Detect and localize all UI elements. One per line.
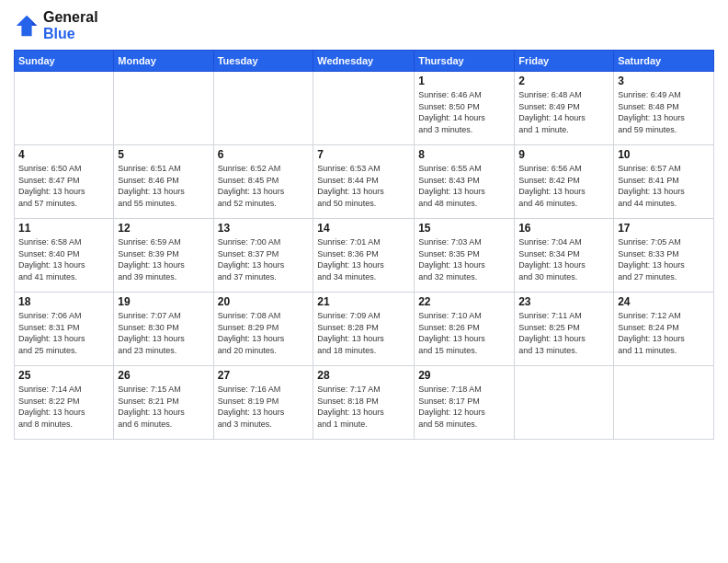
cell-date-number: 4	[18, 148, 109, 161]
week-row-2: 4Sunrise: 6:50 AM Sunset: 8:47 PM Daylig…	[15, 145, 714, 219]
calendar-cell: 26Sunrise: 7:15 AM Sunset: 8:21 PM Dayli…	[114, 366, 213, 440]
calendar-cell: 24Sunrise: 7:12 AM Sunset: 8:24 PM Dayli…	[614, 293, 714, 366]
cell-date-number: 23	[518, 295, 609, 308]
calendar-cell: 16Sunrise: 7:04 AM Sunset: 8:34 PM Dayli…	[515, 219, 614, 293]
calendar-cell: 20Sunrise: 7:08 AM Sunset: 8:29 PM Dayli…	[213, 293, 313, 366]
calendar-cell: 14Sunrise: 7:01 AM Sunset: 8:36 PM Dayli…	[313, 219, 415, 293]
calendar-cell: 15Sunrise: 7:03 AM Sunset: 8:35 PM Dayli…	[415, 219, 515, 293]
header: General Blue	[14, 9, 714, 42]
cell-info-text: Sunrise: 7:01 AM Sunset: 8:36 PM Dayligh…	[317, 236, 410, 282]
cell-info-text: Sunrise: 7:18 AM Sunset: 8:17 PM Dayligh…	[418, 384, 510, 430]
cell-date-number: 22	[418, 295, 510, 308]
cell-date-number: 24	[618, 295, 710, 308]
cell-info-text: Sunrise: 6:46 AM Sunset: 8:50 PM Dayligh…	[418, 89, 510, 135]
cell-date-number: 7	[317, 148, 410, 161]
weekday-header-monday: Monday	[114, 51, 213, 72]
cell-date-number: 15	[418, 222, 510, 235]
cell-info-text: Sunrise: 7:09 AM Sunset: 8:28 PM Dayligh…	[317, 310, 410, 356]
weekday-header-tuesday: Tuesday	[213, 51, 313, 72]
calendar-table: SundayMondayTuesdayWednesdayThursdayFrid…	[14, 50, 714, 440]
calendar-cell: 1Sunrise: 6:46 AM Sunset: 8:50 PM Daylig…	[415, 72, 515, 145]
page: General Blue SundayMondayTuesdayWednesda…	[0, 0, 728, 563]
cell-info-text: Sunrise: 6:53 AM Sunset: 8:44 PM Dayligh…	[317, 163, 410, 209]
cell-info-text: Sunrise: 6:55 AM Sunset: 8:43 PM Dayligh…	[418, 163, 510, 209]
cell-date-number: 8	[418, 148, 510, 161]
cell-info-text: Sunrise: 6:52 AM Sunset: 8:45 PM Dayligh…	[218, 163, 310, 209]
cell-info-text: Sunrise: 7:00 AM Sunset: 8:37 PM Dayligh…	[218, 236, 310, 282]
calendar-cell: 22Sunrise: 7:10 AM Sunset: 8:26 PM Dayli…	[415, 293, 515, 366]
calendar-cell: 21Sunrise: 7:09 AM Sunset: 8:28 PM Dayli…	[313, 293, 415, 366]
calendar-cell	[515, 366, 614, 440]
cell-date-number: 18	[18, 295, 109, 308]
cell-date-number: 1	[418, 75, 510, 87]
logo: General Blue	[14, 9, 98, 42]
cell-info-text: Sunrise: 7:15 AM Sunset: 8:21 PM Dayligh…	[118, 384, 209, 430]
calendar-cell: 25Sunrise: 7:14 AM Sunset: 8:22 PM Dayli…	[15, 366, 114, 440]
cell-date-number: 26	[118, 369, 209, 382]
calendar-cell	[15, 72, 114, 145]
cell-info-text: Sunrise: 7:14 AM Sunset: 8:22 PM Dayligh…	[18, 384, 109, 430]
cell-info-text: Sunrise: 7:04 AM Sunset: 8:34 PM Dayligh…	[518, 236, 609, 282]
calendar-cell: 17Sunrise: 7:05 AM Sunset: 8:33 PM Dayli…	[614, 219, 714, 293]
calendar-cell: 8Sunrise: 6:55 AM Sunset: 8:43 PM Daylig…	[415, 145, 515, 219]
calendar-cell: 4Sunrise: 6:50 AM Sunset: 8:47 PM Daylig…	[15, 145, 114, 219]
cell-info-text: Sunrise: 7:08 AM Sunset: 8:29 PM Dayligh…	[218, 310, 310, 356]
cell-date-number: 17	[618, 222, 710, 235]
cell-info-text: Sunrise: 7:06 AM Sunset: 8:31 PM Dayligh…	[18, 310, 109, 356]
cell-info-text: Sunrise: 6:57 AM Sunset: 8:41 PM Dayligh…	[618, 163, 710, 209]
cell-info-text: Sunrise: 6:59 AM Sunset: 8:39 PM Dayligh…	[118, 236, 209, 282]
weekday-header-saturday: Saturday	[614, 51, 714, 72]
cell-date-number: 14	[317, 222, 410, 235]
cell-date-number: 10	[618, 148, 710, 161]
weekday-header-thursday: Thursday	[415, 51, 515, 72]
calendar-cell	[614, 366, 714, 440]
calendar-cell: 19Sunrise: 7:07 AM Sunset: 8:30 PM Dayli…	[114, 293, 213, 366]
calendar-cell: 28Sunrise: 7:17 AM Sunset: 8:18 PM Dayli…	[313, 366, 415, 440]
cell-date-number: 20	[218, 295, 310, 308]
weekday-header-wednesday: Wednesday	[313, 51, 415, 72]
logo-icon	[14, 13, 40, 39]
cell-date-number: 16	[518, 222, 609, 235]
week-row-3: 11Sunrise: 6:58 AM Sunset: 8:40 PM Dayli…	[15, 219, 714, 293]
weekday-header-friday: Friday	[515, 51, 614, 72]
calendar-cell: 12Sunrise: 6:59 AM Sunset: 8:39 PM Dayli…	[114, 219, 213, 293]
cell-date-number: 21	[317, 295, 410, 308]
cell-info-text: Sunrise: 7:17 AM Sunset: 8:18 PM Dayligh…	[317, 384, 410, 430]
weekday-header-row: SundayMondayTuesdayWednesdayThursdayFrid…	[15, 51, 714, 72]
cell-date-number: 9	[518, 148, 609, 161]
cell-date-number: 11	[18, 222, 109, 235]
calendar-cell	[213, 72, 313, 145]
cell-date-number: 12	[118, 222, 209, 235]
cell-info-text: Sunrise: 6:48 AM Sunset: 8:49 PM Dayligh…	[518, 89, 609, 135]
calendar-cell: 11Sunrise: 6:58 AM Sunset: 8:40 PM Dayli…	[15, 219, 114, 293]
calendar-cell: 3Sunrise: 6:49 AM Sunset: 8:48 PM Daylig…	[614, 72, 714, 145]
cell-date-number: 6	[218, 148, 310, 161]
calendar-cell	[114, 72, 213, 145]
weekday-header-sunday: Sunday	[15, 51, 114, 72]
calendar-cell: 6Sunrise: 6:52 AM Sunset: 8:45 PM Daylig…	[213, 145, 313, 219]
calendar-cell: 10Sunrise: 6:57 AM Sunset: 8:41 PM Dayli…	[614, 145, 714, 219]
logo-text: General Blue	[43, 9, 98, 42]
week-row-5: 25Sunrise: 7:14 AM Sunset: 8:22 PM Dayli…	[15, 366, 714, 440]
cell-date-number: 27	[218, 369, 310, 382]
cell-info-text: Sunrise: 6:58 AM Sunset: 8:40 PM Dayligh…	[18, 236, 109, 282]
cell-date-number: 13	[218, 222, 310, 235]
calendar-cell: 29Sunrise: 7:18 AM Sunset: 8:17 PM Dayli…	[415, 366, 515, 440]
cell-info-text: Sunrise: 7:12 AM Sunset: 8:24 PM Dayligh…	[618, 310, 710, 356]
cell-info-text: Sunrise: 7:16 AM Sunset: 8:19 PM Dayligh…	[218, 384, 310, 430]
calendar-cell: 13Sunrise: 7:00 AM Sunset: 8:37 PM Dayli…	[213, 219, 313, 293]
cell-info-text: Sunrise: 7:07 AM Sunset: 8:30 PM Dayligh…	[118, 310, 209, 356]
cell-info-text: Sunrise: 6:49 AM Sunset: 8:48 PM Dayligh…	[618, 89, 710, 135]
calendar-cell: 7Sunrise: 6:53 AM Sunset: 8:44 PM Daylig…	[313, 145, 415, 219]
cell-date-number: 2	[518, 75, 609, 87]
cell-date-number: 25	[18, 369, 109, 382]
cell-date-number: 3	[618, 75, 710, 87]
cell-info-text: Sunrise: 6:56 AM Sunset: 8:42 PM Dayligh…	[518, 163, 609, 209]
calendar-cell: 23Sunrise: 7:11 AM Sunset: 8:25 PM Dayli…	[515, 293, 614, 366]
calendar-cell: 9Sunrise: 6:56 AM Sunset: 8:42 PM Daylig…	[515, 145, 614, 219]
week-row-4: 18Sunrise: 7:06 AM Sunset: 8:31 PM Dayli…	[15, 293, 714, 366]
calendar-cell: 2Sunrise: 6:48 AM Sunset: 8:49 PM Daylig…	[515, 72, 614, 145]
cell-info-text: Sunrise: 7:10 AM Sunset: 8:26 PM Dayligh…	[418, 310, 510, 356]
cell-date-number: 28	[317, 369, 410, 382]
week-row-1: 1Sunrise: 6:46 AM Sunset: 8:50 PM Daylig…	[15, 72, 714, 145]
